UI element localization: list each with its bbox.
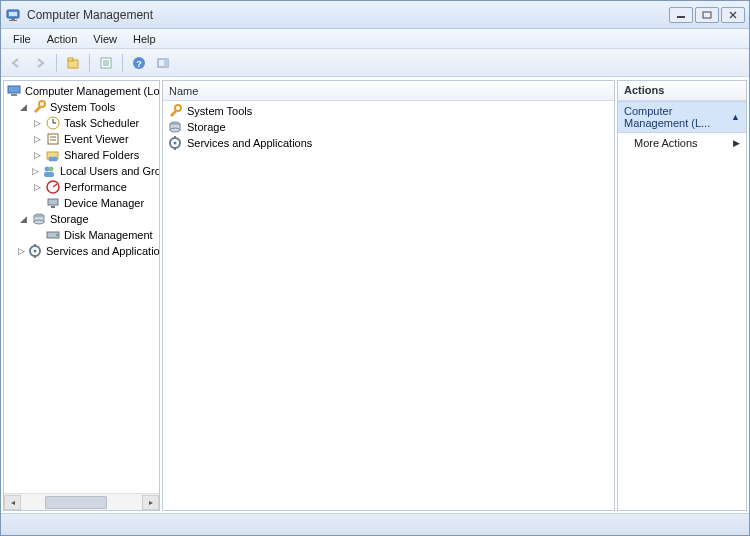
tree-root[interactable]: Computer Management (Local [4,83,159,99]
tree-disk-management[interactable]: Disk Management [4,227,159,243]
toolbar-separator [122,54,123,72]
list-item[interactable]: Services and Applications [167,135,610,151]
menubar: File Action View Help [1,29,749,49]
list-item-label: System Tools [187,105,252,117]
statusbar [1,513,749,535]
toolbar-separator [89,54,90,72]
minimize-button[interactable] [669,7,693,23]
tools-icon [31,99,47,115]
list-view[interactable]: System Tools Storage Services and Applic… [163,101,614,153]
users-icon [41,163,57,179]
disk-icon [45,227,61,243]
list-item[interactable]: Storage [167,119,610,135]
svg-rect-4 [677,16,685,18]
svg-point-31 [49,167,54,172]
svg-point-20 [39,101,45,107]
tree-label: Disk Management [64,229,153,241]
window-frame: Computer Management File Action View Hel… [0,0,750,536]
storage-icon [167,119,183,135]
tree-label: Event Viewer [64,133,129,145]
expand-icon[interactable]: ▷ [32,182,43,193]
tree-storage[interactable]: ◢ Storage [4,211,159,227]
tree-label: Storage [50,213,89,225]
svg-point-43 [34,250,37,253]
tree-shared-folders[interactable]: ▷ Shared Folders [4,147,159,163]
collapse-icon[interactable]: ◢ [18,102,29,113]
tree-system-tools[interactable]: ◢ System Tools [4,99,159,115]
services-icon [167,135,183,151]
expand-icon[interactable]: ▷ [32,166,39,177]
tree-label: Device Manager [64,197,144,209]
tree-local-users[interactable]: ▷ Local Users and Groups [4,163,159,179]
computer-icon [6,83,22,99]
svg-point-29 [53,157,58,162]
menu-action[interactable]: Action [39,31,86,47]
column-header-name[interactable]: Name [163,81,614,101]
svg-rect-35 [48,199,58,205]
show-hide-pane-button[interactable] [152,52,174,74]
tree-label: Performance [64,181,127,193]
svg-rect-36 [51,206,55,208]
tree-label: Task Scheduler [64,117,139,129]
tree-hscrollbar[interactable]: ◂ ▸ [4,493,159,510]
tree-services-apps[interactable]: ▷ Services and Applications [4,243,159,259]
tree-label: Services and Applications [46,245,159,257]
scroll-left-button[interactable]: ◂ [4,495,21,510]
client-area: Computer Management (Local ◢ System Tool… [1,77,749,513]
window-title: Computer Management [27,8,153,22]
svg-point-41 [56,234,58,236]
tree-pane: Computer Management (Local ◢ System Tool… [3,80,160,511]
expand-icon[interactable]: ▷ [32,150,43,161]
tree-task-scheduler[interactable]: ▷ Task Scheduler [4,115,159,131]
actions-pane: Actions Computer Management (L... ▲ More… [617,80,747,511]
svg-point-51 [174,142,177,145]
tree-performance[interactable]: ▷ Performance [4,179,159,195]
svg-rect-2 [11,18,15,20]
close-button[interactable] [721,7,745,23]
properties-button[interactable] [95,52,117,74]
scroll-thumb[interactable] [45,496,107,509]
list-pane: Name System Tools Storage Services and A… [162,80,615,511]
svg-point-46 [175,105,181,111]
svg-text:?: ? [136,59,142,69]
help-button[interactable]: ? [128,52,150,74]
services-icon [27,243,43,259]
forward-button[interactable] [29,52,51,74]
tools-icon [167,103,183,119]
menu-help[interactable]: Help [125,31,164,47]
collapse-icon[interactable]: ◢ [18,214,29,225]
tree-event-viewer[interactable]: ▷ Event Viewer [4,131,159,147]
actions-item-label: More Actions [634,137,698,149]
scroll-right-button[interactable]: ▸ [142,495,159,510]
menu-file[interactable]: File [5,31,39,47]
tree-label: Computer Management (Local [25,85,159,97]
tree-label: Shared Folders [64,149,139,161]
svg-rect-18 [8,86,20,93]
tree-device-manager[interactable]: Device Manager [4,195,159,211]
maximize-button[interactable] [695,7,719,23]
svg-rect-17 [164,59,168,67]
menu-view[interactable]: View [85,31,125,47]
svg-rect-1 [9,12,17,16]
svg-point-49 [170,128,180,132]
expand-icon[interactable]: ▷ [32,134,43,145]
scroll-track[interactable] [21,495,142,510]
expand-icon[interactable]: ▷ [32,118,43,129]
device-icon [45,195,61,211]
list-item[interactable]: System Tools [167,103,610,119]
svg-rect-32 [44,172,54,177]
clock-icon [45,115,61,131]
actions-more-actions[interactable]: More Actions ▶ [618,133,746,153]
spacer [32,198,43,209]
actions-context-label: Computer Management (L... [624,105,731,129]
tree-view[interactable]: Computer Management (Local ◢ System Tool… [4,81,159,493]
titlebar[interactable]: Computer Management [1,1,749,29]
back-button[interactable] [5,52,27,74]
actions-header: Actions [618,81,746,101]
actions-context[interactable]: Computer Management (L... ▲ [618,101,746,133]
expand-icon[interactable]: ▷ [18,246,25,257]
toolbar-separator [56,54,57,72]
up-button[interactable] [62,52,84,74]
tree-label: System Tools [50,101,115,113]
list-item-label: Services and Applications [187,137,312,149]
